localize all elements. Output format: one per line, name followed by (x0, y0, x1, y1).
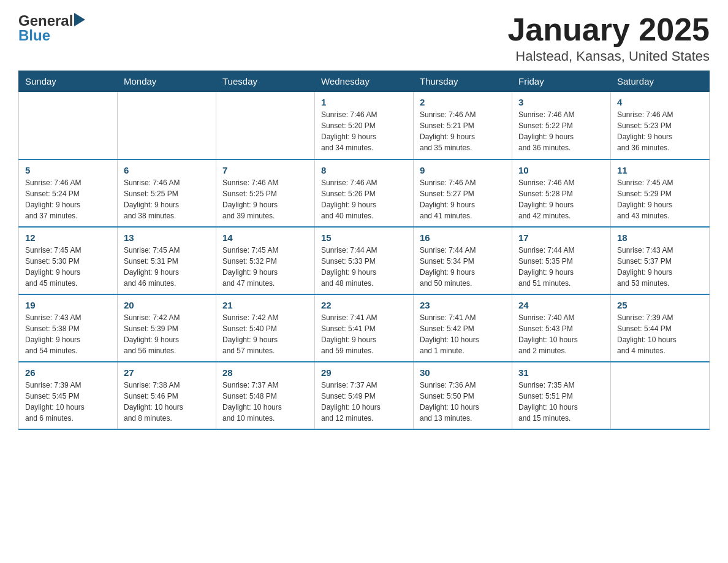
calendar-cell: 17Sunrise: 7:44 AM Sunset: 5:35 PM Dayli… (512, 227, 611, 294)
calendar-cell: 5Sunrise: 7:46 AM Sunset: 5:24 PM Daylig… (19, 159, 118, 227)
logo: General Blue (18, 12, 86, 44)
calendar-cell (19, 92, 118, 159)
month-title: January 2025 (507, 12, 710, 47)
calendar-cell: 24Sunrise: 7:40 AM Sunset: 5:43 PM Dayli… (512, 294, 611, 362)
calendar-cell: 7Sunrise: 7:46 AM Sunset: 5:25 PM Daylig… (216, 159, 315, 227)
day-info: Sunrise: 7:44 AM Sunset: 5:33 PM Dayligh… (321, 245, 407, 289)
day-of-week-header: Monday (118, 71, 216, 92)
day-number: 26 (25, 367, 111, 378)
calendar-week-row: 12Sunrise: 7:45 AM Sunset: 5:30 PM Dayli… (19, 227, 710, 294)
day-number: 30 (420, 367, 506, 378)
calendar-cell: 2Sunrise: 7:46 AM Sunset: 5:21 PM Daylig… (414, 92, 512, 159)
day-number: 17 (518, 232, 604, 243)
calendar-cell: 15Sunrise: 7:44 AM Sunset: 5:33 PM Dayli… (315, 227, 414, 294)
day-info: Sunrise: 7:35 AM Sunset: 5:51 PM Dayligh… (518, 380, 604, 424)
day-of-week-header: Sunday (19, 71, 118, 92)
day-number: 14 (222, 232, 308, 243)
day-info: Sunrise: 7:46 AM Sunset: 5:25 PM Dayligh… (222, 177, 308, 221)
calendar-cell: 18Sunrise: 7:43 AM Sunset: 5:37 PM Dayli… (611, 227, 710, 294)
calendar-cell: 1Sunrise: 7:46 AM Sunset: 5:20 PM Daylig… (315, 92, 414, 159)
day-info: Sunrise: 7:46 AM Sunset: 5:28 PM Dayligh… (518, 177, 604, 221)
day-info: Sunrise: 7:37 AM Sunset: 5:49 PM Dayligh… (321, 380, 407, 424)
day-info: Sunrise: 7:43 AM Sunset: 5:38 PM Dayligh… (25, 312, 111, 356)
day-info: Sunrise: 7:41 AM Sunset: 5:42 PM Dayligh… (420, 312, 506, 356)
day-info: Sunrise: 7:46 AM Sunset: 5:24 PM Dayligh… (25, 177, 111, 221)
calendar-cell: 25Sunrise: 7:39 AM Sunset: 5:44 PM Dayli… (611, 294, 710, 362)
day-number: 6 (124, 165, 210, 175)
calendar-cell: 21Sunrise: 7:42 AM Sunset: 5:40 PM Dayli… (216, 294, 315, 362)
calendar-cell: 16Sunrise: 7:44 AM Sunset: 5:34 PM Dayli… (414, 227, 512, 294)
day-number: 5 (25, 165, 111, 175)
day-info: Sunrise: 7:42 AM Sunset: 5:40 PM Dayligh… (222, 312, 308, 356)
day-number: 29 (321, 367, 407, 378)
day-number: 22 (321, 300, 407, 310)
calendar-cell: 8Sunrise: 7:46 AM Sunset: 5:26 PM Daylig… (315, 159, 414, 227)
day-number: 19 (25, 300, 111, 310)
day-number: 25 (617, 300, 703, 310)
day-info: Sunrise: 7:46 AM Sunset: 5:20 PM Dayligh… (321, 109, 407, 153)
day-info: Sunrise: 7:39 AM Sunset: 5:45 PM Dayligh… (25, 380, 111, 424)
calendar-cell: 30Sunrise: 7:36 AM Sunset: 5:50 PM Dayli… (414, 362, 512, 429)
day-number: 15 (321, 232, 407, 243)
calendar-week-row: 26Sunrise: 7:39 AM Sunset: 5:45 PM Dayli… (19, 362, 710, 429)
day-number: 12 (25, 232, 111, 243)
day-info: Sunrise: 7:46 AM Sunset: 5:23 PM Dayligh… (617, 109, 703, 153)
day-info: Sunrise: 7:45 AM Sunset: 5:29 PM Dayligh… (617, 177, 703, 221)
day-info: Sunrise: 7:41 AM Sunset: 5:41 PM Dayligh… (321, 312, 407, 356)
day-of-week-header: Friday (512, 71, 611, 92)
day-info: Sunrise: 7:44 AM Sunset: 5:35 PM Dayligh… (518, 245, 604, 289)
day-number: 31 (518, 367, 604, 378)
day-number: 13 (124, 232, 210, 243)
day-number: 2 (420, 97, 506, 107)
calendar-week-row: 5Sunrise: 7:46 AM Sunset: 5:24 PM Daylig… (19, 159, 710, 227)
day-of-week-header: Tuesday (216, 71, 315, 92)
day-info: Sunrise: 7:45 AM Sunset: 5:32 PM Dayligh… (222, 245, 308, 289)
logo-blue-text: Blue (18, 27, 50, 44)
calendar-cell: 11Sunrise: 7:45 AM Sunset: 5:29 PM Dayli… (611, 159, 710, 227)
day-number: 7 (222, 165, 308, 175)
calendar-header: SundayMondayTuesdayWednesdayThursdayFrid… (19, 71, 710, 92)
day-number: 1 (321, 97, 407, 107)
calendar-cell: 20Sunrise: 7:42 AM Sunset: 5:39 PM Dayli… (118, 294, 216, 362)
day-number: 11 (617, 165, 703, 175)
location-title: Halstead, Kansas, United States (507, 48, 710, 64)
day-info: Sunrise: 7:38 AM Sunset: 5:46 PM Dayligh… (124, 380, 210, 424)
calendar-cell: 4Sunrise: 7:46 AM Sunset: 5:23 PM Daylig… (611, 92, 710, 159)
day-number: 28 (222, 367, 308, 378)
day-number: 10 (518, 165, 604, 175)
day-number: 16 (420, 232, 506, 243)
day-number: 27 (124, 367, 210, 378)
day-number: 23 (420, 300, 506, 310)
calendar-body: 1Sunrise: 7:46 AM Sunset: 5:20 PM Daylig… (19, 92, 710, 429)
day-of-week-header: Thursday (414, 71, 512, 92)
calendar-cell: 22Sunrise: 7:41 AM Sunset: 5:41 PM Dayli… (315, 294, 414, 362)
calendar-cell: 9Sunrise: 7:46 AM Sunset: 5:27 PM Daylig… (414, 159, 512, 227)
day-of-week-header: Wednesday (315, 71, 414, 92)
calendar-cell: 26Sunrise: 7:39 AM Sunset: 5:45 PM Dayli… (19, 362, 118, 429)
day-number: 20 (124, 300, 210, 310)
calendar-cell: 3Sunrise: 7:46 AM Sunset: 5:22 PM Daylig… (512, 92, 611, 159)
calendar-table: SundayMondayTuesdayWednesdayThursdayFrid… (18, 71, 710, 430)
day-info: Sunrise: 7:39 AM Sunset: 5:44 PM Dayligh… (617, 312, 703, 356)
calendar-cell: 13Sunrise: 7:45 AM Sunset: 5:31 PM Dayli… (118, 227, 216, 294)
page-header: General Blue January 2025 Halstead, Kans… (18, 12, 710, 64)
calendar-cell: 23Sunrise: 7:41 AM Sunset: 5:42 PM Dayli… (414, 294, 512, 362)
day-info: Sunrise: 7:46 AM Sunset: 5:22 PM Dayligh… (518, 109, 604, 153)
day-info: Sunrise: 7:43 AM Sunset: 5:37 PM Dayligh… (617, 245, 703, 289)
logo-triangle-icon (74, 13, 85, 26)
day-info: Sunrise: 7:42 AM Sunset: 5:39 PM Dayligh… (124, 312, 210, 356)
day-info: Sunrise: 7:45 AM Sunset: 5:30 PM Dayligh… (25, 245, 111, 289)
day-info: Sunrise: 7:46 AM Sunset: 5:21 PM Dayligh… (420, 109, 506, 153)
day-info: Sunrise: 7:37 AM Sunset: 5:48 PM Dayligh… (222, 380, 308, 424)
header-row: SundayMondayTuesdayWednesdayThursdayFrid… (19, 71, 710, 92)
day-info: Sunrise: 7:46 AM Sunset: 5:27 PM Dayligh… (420, 177, 506, 221)
calendar-cell: 27Sunrise: 7:38 AM Sunset: 5:46 PM Dayli… (118, 362, 216, 429)
day-number: 3 (518, 97, 604, 107)
day-number: 8 (321, 165, 407, 175)
day-number: 9 (420, 165, 506, 175)
day-info: Sunrise: 7:36 AM Sunset: 5:50 PM Dayligh… (420, 380, 506, 424)
calendar-cell: 31Sunrise: 7:35 AM Sunset: 5:51 PM Dayli… (512, 362, 611, 429)
calendar-cell: 12Sunrise: 7:45 AM Sunset: 5:30 PM Dayli… (19, 227, 118, 294)
calendar-cell: 6Sunrise: 7:46 AM Sunset: 5:25 PM Daylig… (118, 159, 216, 227)
calendar-cell (118, 92, 216, 159)
